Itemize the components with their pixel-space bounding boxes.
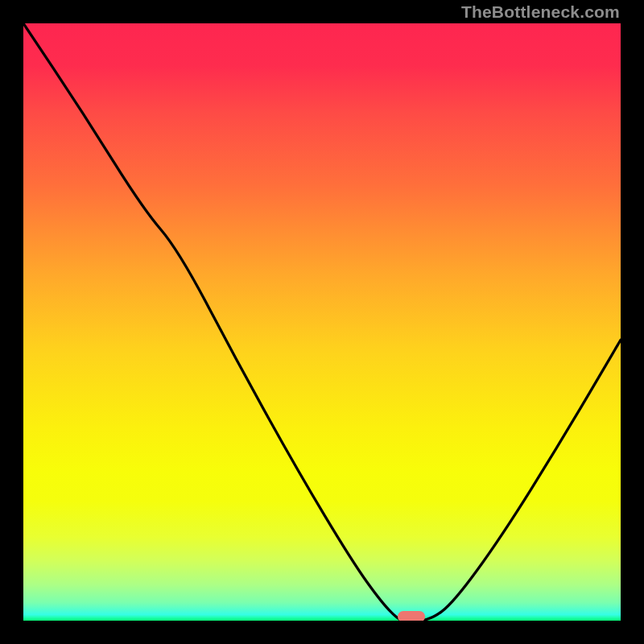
bottleneck-curve xyxy=(23,23,621,621)
plot-area xyxy=(23,23,621,621)
watermark-text: TheBottleneck.com xyxy=(461,2,620,22)
optimal-marker xyxy=(398,611,425,621)
chart-frame: TheBottleneck.com xyxy=(0,0,644,644)
